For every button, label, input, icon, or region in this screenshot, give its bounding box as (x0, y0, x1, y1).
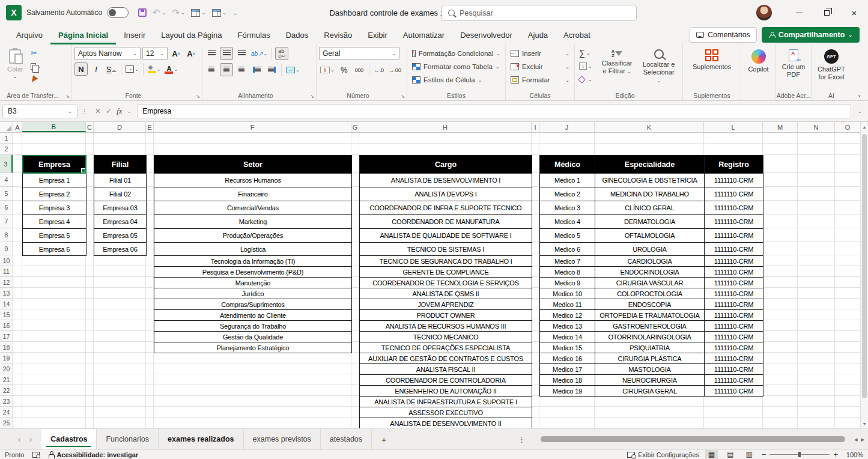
medico-cell[interactable]: UROLOGIA (595, 242, 705, 256)
cargo-cell[interactable]: ENGENHEIRO DE AUTOMAÇÃO II (359, 385, 532, 397)
confirm-entry-button[interactable]: ✓ (106, 107, 112, 115)
row-header-6[interactable]: 6 (0, 201, 13, 214)
medico-cell[interactable]: Medico 12 (539, 309, 595, 321)
medico-cell[interactable]: Medico 5 (539, 228, 595, 243)
font-size-select[interactable]: 12⌄ (142, 47, 168, 60)
medico-cell[interactable]: 1111110-CRM (704, 255, 763, 267)
paste-button[interactable]: Colar ⌄ (4, 47, 26, 85)
medico-cell[interactable]: 1111110-CRM (704, 353, 763, 364)
next-sheet-button[interactable]: › (29, 434, 32, 444)
number-format-select[interactable]: Geral⌄ (319, 47, 399, 60)
cargo-cell[interactable]: GERENTE DE COMPLIANCE (359, 266, 532, 278)
setor-cell[interactable]: Pesquisa e Desenvolvimento (P&D) (154, 266, 352, 278)
align-top-button[interactable] (205, 47, 218, 60)
empresa-cell[interactable]: Empresa 5 (22, 228, 86, 243)
cargo-cell[interactable]: ANALISTA DE QSMS II (359, 288, 532, 299)
column-header-B[interactable]: B (22, 122, 86, 132)
medico-cell[interactable]: CLÍNICO GERAL (595, 201, 705, 215)
column-header-M[interactable]: M (763, 122, 798, 132)
ribbon-tab-dados[interactable]: Dados (278, 25, 317, 44)
row-header-11[interactable]: 11 (0, 266, 13, 277)
ribbon-tab-acrobat[interactable]: Acrobat (556, 25, 598, 44)
increase-font-button[interactable]: A˄ (169, 47, 183, 60)
medico-cell[interactable]: 1111110-CRM (704, 242, 763, 256)
medico-cell[interactable]: COLOPROCTOLOGIA (595, 288, 705, 299)
comments-button[interactable]: Comentários (690, 27, 757, 43)
chatgpt-button[interactable]: GPT ChatGPT for Excel (814, 47, 849, 84)
medico-cell[interactable]: ENDOSCOPIA (595, 299, 705, 310)
cargo-cell[interactable]: ANALISTA DE RECURSOS HUMANOS III (359, 320, 532, 332)
setor-cell[interactable]: Financeiro (154, 187, 352, 201)
underline-button[interactable]: S⌄ (105, 62, 118, 76)
row-header-19[interactable]: 19 (0, 353, 13, 363)
copy-button[interactable]: ⌄ (29, 60, 43, 72)
clear-button[interactable]: ⌄ (577, 73, 594, 85)
zoom-out-button[interactable]: − (762, 450, 766, 459)
medico-cell[interactable]: GASTROENTEROLOGIA (595, 320, 705, 332)
row-header-25[interactable]: 25 (0, 418, 13, 428)
decrease-decimal-button[interactable]: →.00 (387, 63, 402, 76)
decrease-font-button[interactable]: A˅ (184, 47, 198, 60)
medico-header-cell[interactable]: Registro (704, 155, 763, 174)
setor-cell[interactable]: Tecnologia da Informação (TI) (154, 255, 352, 267)
cargo-cell[interactable]: COORDENADOR DE TECNOLOGIA E SERVIÇOS (359, 277, 532, 288)
bold-button[interactable]: N (74, 62, 88, 76)
close-button[interactable]: × (840, 0, 868, 25)
medico-cell[interactable]: Medico 17 (539, 363, 595, 375)
empresa-cell[interactable]: Empresa 6 (22, 242, 86, 256)
empresa-header-cell[interactable]: Empresa (22, 155, 86, 174)
medico-cell[interactable]: Medico 7 (539, 255, 595, 267)
medico-header-cell[interactable]: Médico (539, 155, 595, 174)
increase-indent-button[interactable] (265, 63, 278, 76)
setor-cell[interactable]: Logística (154, 242, 352, 256)
medico-cell[interactable]: OFTALMOLOGIA (595, 228, 705, 243)
ribbon-tab-exibir[interactable]: Exibir (360, 25, 395, 44)
cargo-cell[interactable]: ANALISTA DE INFRAESTRUTURA E SUPORTE I (359, 396, 532, 407)
cargo-cell[interactable]: COORDENADOR DE MANUFATURA (359, 214, 532, 229)
cargo-header-cell[interactable]: Cargo (359, 155, 532, 174)
column-header-H[interactable]: H (359, 122, 532, 132)
font-name-select[interactable]: Aptos Narrow⌄ (74, 47, 141, 60)
qat-table-button-2[interactable]: ⌄ (212, 9, 227, 17)
copilot-button[interactable]: Copilot (744, 47, 773, 76)
horizontal-scroll-thumb[interactable] (541, 436, 845, 442)
row-header-12[interactable]: 12 (0, 277, 13, 288)
zoom-percentage[interactable]: 100% (844, 451, 863, 458)
medico-cell[interactable]: 1111110-CRM (704, 187, 763, 201)
setor-cell[interactable]: Marketing (154, 214, 352, 229)
prev-sheet-button[interactable]: ‹ (18, 434, 21, 444)
medico-cell[interactable]: ENDOCRINOLOGIA (595, 266, 705, 278)
medico-cell[interactable]: Medico 11 (539, 299, 595, 310)
medico-cell[interactable]: Medico 14 (539, 331, 595, 342)
zoom-slider[interactable] (769, 454, 830, 455)
medico-cell[interactable]: CIRURGIA GERAL (595, 385, 705, 397)
macro-record-icon[interactable] (32, 452, 40, 458)
medico-cell[interactable]: OTORRINOLARINGOLOGIA (595, 331, 705, 342)
filial-cell[interactable]: Empresa 06 (94, 242, 147, 256)
find-select-button[interactable]: Localizar e Selecionar ⌄ (637, 47, 680, 87)
cargo-cell[interactable]: ASSESSOR EXECUTIVO (359, 407, 532, 418)
medico-cell[interactable]: 1111110-CRM (704, 277, 763, 288)
empresa-cell[interactable]: Empresa 2 (22, 187, 86, 201)
medico-cell[interactable]: 1111110-CRM (704, 214, 763, 229)
medico-cell[interactable]: 1111110-CRM (704, 228, 763, 243)
scroll-up-arrow[interactable]: ▲ (861, 122, 868, 132)
orientation-button[interactable]: ab↗⌄ (250, 47, 269, 60)
increase-decimal-button[interactable]: ←.0 (372, 63, 386, 76)
medico-cell[interactable]: Medico 8 (539, 266, 595, 278)
search-input[interactable]: Pesquisar (442, 5, 637, 21)
customize-qat-button[interactable]: ⌄ (232, 10, 237, 16)
row-header-3[interactable]: 3 (0, 155, 13, 173)
medico-cell[interactable]: PSIQUIATRIA (595, 342, 705, 353)
filial-header-cell[interactable]: Filial (94, 155, 147, 174)
setor-cell[interactable]: Gestão da Qualidade (154, 331, 352, 342)
row-header-22[interactable]: 22 (0, 385, 13, 396)
cell-styles-button[interactable]: Estilos de Célula⌄ (410, 73, 503, 87)
filial-cell[interactable]: Filial 02 (94, 187, 147, 201)
display-settings-button[interactable]: Exibir Configurações (627, 451, 699, 458)
ribbon-tab-layout-da-página[interactable]: Layout da Página (153, 25, 229, 44)
align-left-button[interactable] (205, 63, 218, 76)
medico-cell[interactable]: Medico 9 (539, 277, 595, 288)
medico-cell[interactable]: 1111110-CRM (704, 288, 763, 299)
setor-cell[interactable]: Produção/Operações (154, 228, 352, 243)
